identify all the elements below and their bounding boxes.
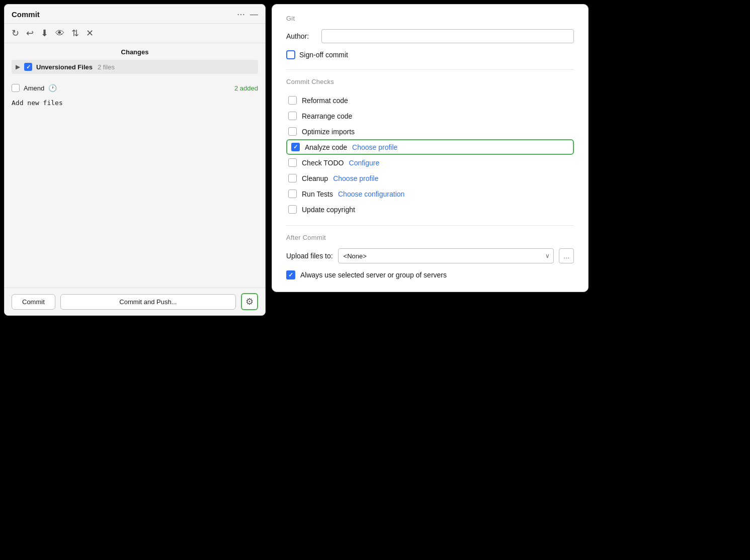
commit-checks-label: Commit Checks	[286, 78, 574, 85]
check-row-reformat: Reformat code	[286, 92, 574, 108]
rearrange-label: Rearrange code	[302, 112, 352, 120]
check-row-run-tests: Run Tests Choose configuration	[286, 186, 574, 202]
signoff-row: Sign-off commit	[286, 50, 574, 59]
file-count: 2 files	[98, 63, 115, 71]
download-icon[interactable]: ⬇	[41, 28, 48, 39]
amend-row: Amend 🕐 2 added	[5, 77, 265, 94]
amend-label: Amend	[24, 84, 44, 92]
analyze-label: Analyze code	[305, 143, 347, 151]
more-icon[interactable]: ⋯	[237, 10, 245, 19]
after-commit-section: After Commit Upload files to: <None> ∨ ……	[286, 234, 574, 279]
signoff-label: Sign-off commit	[299, 51, 348, 59]
unversioned-checkbox[interactable]	[24, 63, 32, 71]
check-row-optimize: Optimize imports	[286, 124, 574, 139]
check-row-analyze: Analyze code Choose profile	[286, 139, 574, 155]
check-row-cleanup: Cleanup Choose profile	[286, 170, 574, 186]
commit-panel: Commit ⋯ — ↻ ↩ ⬇ 👁 ⇅ ✕ Changes ▶ Unversi…	[4, 4, 266, 316]
commit-push-button[interactable]: Commit and Push...	[60, 294, 236, 310]
rearrange-checkbox[interactable]	[288, 112, 297, 120]
commit-message: Add new files	[12, 97, 258, 109]
git-section-label: Git	[286, 15, 574, 22]
clock-icon: 🕐	[48, 84, 57, 92]
run-tests-checkbox[interactable]	[288, 190, 297, 198]
analyze-checkbox[interactable]	[291, 143, 300, 151]
added-count: 2 added	[234, 84, 258, 92]
reformat-label: Reformat code	[302, 97, 348, 105]
amend-checkbox[interactable]	[12, 84, 20, 92]
optimize-label: Optimize imports	[302, 128, 355, 136]
commit-header-actions: ⋯ —	[237, 10, 258, 19]
amend-left: Amend 🕐	[12, 84, 57, 92]
commit-header: Commit ⋯ —	[5, 5, 265, 24]
todo-label: Check TODO	[302, 159, 344, 167]
todo-checkbox[interactable]	[288, 158, 297, 167]
copyright-checkbox[interactable]	[288, 205, 297, 214]
changes-label: Changes	[12, 48, 258, 56]
always-use-label: Always use selected server or group of s…	[300, 271, 447, 279]
author-input[interactable]	[321, 29, 574, 43]
divider-1	[286, 69, 574, 70]
check-row-todo: Check TODO Configure	[286, 155, 574, 170]
upload-label: Upload files to:	[286, 252, 333, 260]
file-name: Unversioned Files	[36, 63, 93, 71]
upload-row: Upload files to: <None> ∨ …	[286, 248, 574, 263]
choose-configuration-link[interactable]: Choose configuration	[338, 190, 404, 198]
commit-checks-section: Commit Checks Reformat code Rearrange co…	[286, 78, 574, 217]
choose-profile-link-cleanup[interactable]: Choose profile	[333, 174, 378, 182]
refresh-icon[interactable]: ↻	[12, 28, 19, 39]
git-section: Git Author: Sign-off commit	[286, 15, 574, 59]
sort-icon[interactable]: ⇅	[71, 28, 79, 39]
file-row[interactable]: ▶ Unversioned Files 2 files	[12, 60, 258, 74]
signoff-checkbox[interactable]	[286, 50, 295, 59]
upload-dots-button[interactable]: …	[559, 248, 574, 263]
always-use-checkbox[interactable]	[286, 270, 295, 279]
settings-gear-button[interactable]: ⚙	[241, 293, 258, 310]
close-icon[interactable]: ✕	[86, 28, 94, 39]
upload-select-text: <None>	[344, 252, 367, 260]
cleanup-label: Cleanup	[302, 174, 328, 182]
reformat-checkbox[interactable]	[288, 96, 297, 105]
author-label: Author:	[286, 32, 316, 40]
divider-2	[286, 225, 574, 226]
undo-icon[interactable]: ↩	[26, 28, 34, 39]
check-row-rearrange: Rearrange code	[286, 108, 574, 124]
commit-title: Commit	[12, 10, 40, 19]
toolbar: ↻ ↩ ⬇ 👁 ⇅ ✕	[5, 24, 265, 43]
copyright-label: Update copyright	[302, 206, 355, 214]
choose-profile-link-analyze[interactable]: Choose profile	[352, 143, 397, 151]
after-commit-label: After Commit	[286, 234, 574, 241]
settings-panel: Git Author: Sign-off commit Commit Check…	[272, 4, 589, 292]
upload-select[interactable]: <None>	[338, 248, 554, 263]
always-use-row: Always use selected server or group of s…	[286, 270, 574, 279]
run-tests-label: Run Tests	[302, 190, 333, 198]
changes-section: Changes ▶ Unversioned Files 2 files	[5, 43, 265, 77]
commit-footer: Commit Commit and Push... ⚙	[5, 288, 265, 315]
cleanup-checkbox[interactable]	[288, 174, 297, 182]
minimize-icon[interactable]: —	[250, 10, 258, 19]
configure-link[interactable]: Configure	[349, 159, 380, 167]
upload-select-wrapper: <None> ∨	[338, 248, 554, 263]
eye-icon[interactable]: 👁	[55, 28, 64, 39]
optimize-checkbox[interactable]	[288, 127, 297, 136]
check-row-copyright: Update copyright	[286, 202, 574, 217]
chevron-right-icon: ▶	[16, 63, 20, 70]
author-row: Author:	[286, 29, 574, 43]
commit-button[interactable]: Commit	[12, 294, 55, 310]
